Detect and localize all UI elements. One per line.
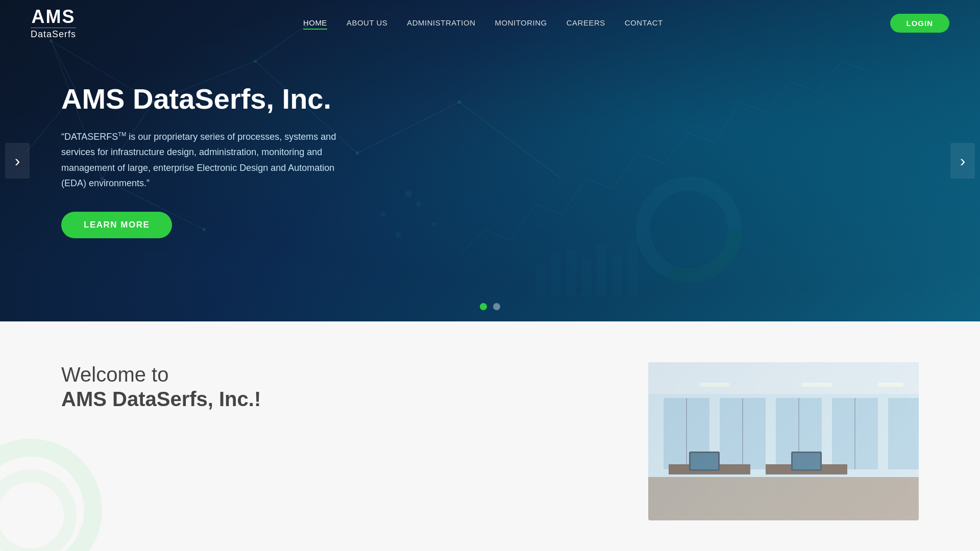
nav-links: HOMEABOUT USADMINISTRATIONMONITORINGCARE… xyxy=(303,18,663,28)
svg-rect-21 xyxy=(567,250,576,296)
welcome-title: Welcome to AMS DataSerfs, Inc.! xyxy=(61,362,607,411)
svg-rect-36 xyxy=(648,474,919,520)
svg-rect-51 xyxy=(691,453,718,469)
nav-link-administration[interactable]: ADMINISTRATION xyxy=(407,18,475,27)
svg-point-33 xyxy=(395,232,401,238)
hero-description: “DATASERFSTM is our proprietary series o… xyxy=(61,129,357,191)
svg-rect-24 xyxy=(612,255,622,296)
svg-rect-53 xyxy=(648,362,919,394)
svg-rect-22 xyxy=(582,260,591,296)
welcome-image xyxy=(648,362,919,520)
svg-point-28 xyxy=(643,184,735,276)
logo[interactable]: AMS DataSerfs xyxy=(31,6,76,40)
svg-rect-55 xyxy=(801,383,832,387)
carousel-next-button[interactable]: › xyxy=(950,143,975,179)
hero-desc-before: “DATASERFS xyxy=(61,132,118,142)
svg-point-29 xyxy=(643,184,735,276)
welcome-title-line1: Welcome to xyxy=(61,363,168,386)
svg-rect-42 xyxy=(888,398,919,469)
deco-circle-1 xyxy=(0,439,102,551)
navbar: AMS DataSerfs HOMEABOUT USADMINISTRATION… xyxy=(0,0,980,46)
svg-rect-56 xyxy=(878,383,903,387)
svg-rect-23 xyxy=(597,245,606,296)
nav-item-about-us[interactable]: ABOUT US xyxy=(347,18,387,28)
svg-rect-19 xyxy=(536,265,545,296)
hero-section: › AMS DataSerfs, Inc. “DATASERFSTM is ou… xyxy=(0,0,980,321)
hero-title: AMS DataSerfs, Inc. xyxy=(61,83,357,115)
nav-item-monitoring[interactable]: MONITORING xyxy=(495,18,547,28)
welcome-title-line2: AMS DataSerfs, Inc.! xyxy=(61,387,607,411)
logo-ams: AMS xyxy=(32,6,76,28)
nav-item-administration[interactable]: ADMINISTRATION xyxy=(407,18,475,28)
welcome-text: Welcome to AMS DataSerfs, Inc.! xyxy=(61,362,607,421)
nav-link-monitoring[interactable]: MONITORING xyxy=(495,18,547,27)
hero-trademark: TM xyxy=(118,131,126,137)
svg-rect-52 xyxy=(793,453,820,469)
carousel-prev-button[interactable]: › xyxy=(5,143,30,179)
svg-line-7 xyxy=(357,102,459,153)
nav-item-home[interactable]: HOME xyxy=(303,18,327,28)
svg-rect-18 xyxy=(458,101,461,104)
svg-rect-25 xyxy=(628,240,637,296)
nav-link-contact[interactable]: CONTACT xyxy=(625,18,663,27)
carousel-dots xyxy=(480,303,500,310)
svg-rect-54 xyxy=(699,383,730,387)
learn-more-button[interactable]: LEARN MORE xyxy=(61,212,172,238)
nav-item-careers[interactable]: CAREERS xyxy=(567,18,605,28)
svg-rect-13 xyxy=(254,60,257,63)
welcome-image-placeholder xyxy=(648,362,919,520)
svg-point-32 xyxy=(432,222,436,227)
nav-link-about-us[interactable]: ABOUT US xyxy=(347,18,387,27)
login-button[interactable]: LOGIN xyxy=(890,14,950,33)
office-interior-svg xyxy=(648,362,919,520)
carousel-dot-0[interactable] xyxy=(480,303,487,310)
svg-rect-20 xyxy=(551,255,560,296)
svg-point-31 xyxy=(405,190,412,197)
logo-dataserfs: DataSerfs xyxy=(31,28,76,40)
hero-content: AMS DataSerfs, Inc. “DATASERFSTM is our … xyxy=(0,83,357,238)
deco-circle-2 xyxy=(0,469,77,551)
svg-point-34 xyxy=(416,202,421,207)
nav-link-home[interactable]: HOME xyxy=(303,18,327,30)
carousel-dot-1[interactable] xyxy=(493,303,500,310)
nav-link-careers[interactable]: CAREERS xyxy=(567,18,605,27)
svg-point-30 xyxy=(380,212,385,217)
nav-item-contact[interactable]: CONTACT xyxy=(625,18,663,28)
welcome-section: Welcome to AMS DataSerfs, Inc.! xyxy=(0,321,980,551)
svg-line-8 xyxy=(459,102,561,179)
